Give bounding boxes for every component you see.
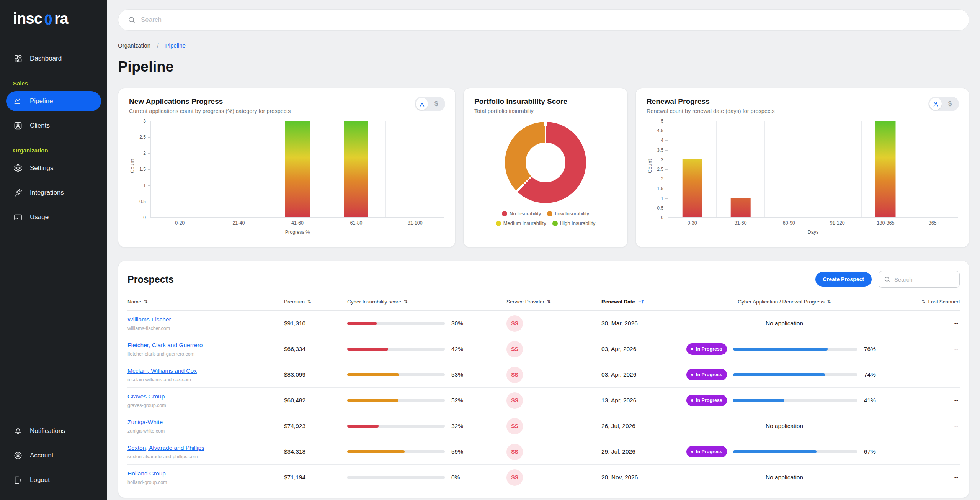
score-bar-fill bbox=[347, 373, 399, 376]
y-tick-label: 0 bbox=[143, 215, 146, 220]
person-icon bbox=[418, 100, 426, 108]
score-value: 32% bbox=[451, 423, 463, 430]
sidebar-item-account[interactable]: Account bbox=[6, 446, 101, 466]
account-icon bbox=[13, 451, 23, 460]
prospects-search[interactable] bbox=[879, 271, 960, 288]
bar bbox=[344, 121, 368, 217]
score-value: 0% bbox=[451, 474, 460, 481]
service-provider-avatar[interactable]: SS bbox=[506, 315, 523, 332]
prospect-name-cell: Fletcher, Clark and Guerrerofletcher-cla… bbox=[127, 342, 284, 357]
column-header-premium[interactable]: Premium⇅ bbox=[284, 299, 347, 305]
x-tick-label: 31-60 bbox=[716, 220, 764, 226]
service-provider-avatar[interactable]: SS bbox=[506, 367, 523, 383]
badge-dot-icon bbox=[691, 399, 693, 402]
service-provider-avatar[interactable]: SS bbox=[506, 341, 523, 357]
premium-value: $83,099 bbox=[284, 371, 347, 378]
chart-metric-toggle[interactable]: $ bbox=[928, 97, 959, 111]
column-header-renewal-date[interactable]: Renewal Date bbox=[601, 298, 677, 305]
column-label: Cyber Insurability score bbox=[347, 299, 401, 305]
service-provider-cell: SS bbox=[497, 315, 601, 332]
table-row: Mcclain, Williams and Coxmcclain-william… bbox=[127, 362, 960, 388]
sidebar-item-dashboard[interactable]: Dashboard bbox=[6, 49, 101, 69]
prospects-search-input[interactable] bbox=[894, 276, 955, 283]
x-tick-label: 0-20 bbox=[150, 220, 209, 226]
toggle-count-option[interactable] bbox=[929, 98, 942, 110]
legend-color-dot bbox=[552, 221, 558, 226]
prospect-name-link[interactable]: Holland Group bbox=[127, 470, 166, 477]
legend-color-dot bbox=[502, 211, 507, 216]
category-cell bbox=[386, 121, 444, 217]
column-header-name[interactable]: Name⇅ bbox=[127, 299, 284, 305]
create-prospect-button[interactable]: Create Prospect bbox=[815, 272, 872, 287]
sidebar-item-notifications[interactable]: Notifications bbox=[6, 421, 101, 441]
table-row: Zuniga-Whitezuniga-white.com$74,92332%SS… bbox=[127, 413, 960, 439]
legend-item: High Insurability bbox=[552, 220, 596, 226]
sidebar-item-logout[interactable]: Logout bbox=[6, 470, 101, 490]
y-tick-label: 2 bbox=[143, 151, 146, 156]
score-value: 59% bbox=[451, 448, 463, 455]
prospect-name-link[interactable]: Graves Group bbox=[127, 393, 165, 400]
x-tick-label: 61-80 bbox=[327, 220, 386, 226]
breadcrumb-organization[interactable]: Organization bbox=[118, 42, 150, 49]
service-provider-avatar[interactable]: SS bbox=[506, 418, 523, 434]
sort-icon: ⇅ bbox=[547, 299, 551, 304]
premium-value: $60,482 bbox=[284, 397, 347, 404]
sidebar-item-usage[interactable]: Usage bbox=[6, 207, 101, 227]
prospect-name-link[interactable]: Williams-Fischer bbox=[127, 316, 171, 323]
bar bbox=[730, 198, 751, 217]
sidebar-item-clients[interactable]: Clients bbox=[6, 116, 101, 136]
y-tick-label: 2.5 bbox=[139, 134, 146, 140]
x-tick-label: 91-120 bbox=[813, 220, 861, 226]
service-provider-avatar[interactable]: SS bbox=[506, 469, 523, 486]
premium-value: $71,194 bbox=[284, 474, 347, 481]
card-subtitle: Renewal count by renewal date (days) for… bbox=[647, 108, 958, 114]
app-logo: inscra bbox=[0, 0, 107, 27]
table-row: Williams-Fischerwilliams-fischer.com$91,… bbox=[127, 311, 960, 336]
global-search-input[interactable] bbox=[141, 16, 960, 24]
toggle-premium-option[interactable]: $ bbox=[943, 98, 957, 110]
score-bar-fill bbox=[347, 399, 398, 402]
x-tick-label: 365+ bbox=[910, 220, 958, 226]
service-provider-cell: SS bbox=[497, 469, 601, 486]
y-axis-title: Count bbox=[647, 159, 653, 173]
prospects-card: Prospects Create Prospect Name⇅Premium⇅C… bbox=[118, 261, 969, 498]
prospect-domain: holland-group.com bbox=[127, 480, 284, 485]
logo-text-suffix: ra bbox=[54, 10, 68, 27]
score-bar-track bbox=[347, 425, 445, 428]
prospect-name-link[interactable]: Zuniga-White bbox=[127, 419, 163, 425]
column-label: Name bbox=[127, 299, 141, 305]
column-header-cyber-application-renewal-progress[interactable]: Cyber Application / Renewal Progress⇅ bbox=[677, 299, 892, 305]
breadcrumb-pipeline[interactable]: Pipeline bbox=[165, 42, 186, 49]
usage-icon bbox=[13, 213, 23, 222]
renewal-date-value: 03, Apr, 2026 bbox=[601, 371, 677, 378]
sort-icon: ⇅ bbox=[144, 299, 148, 304]
global-search[interactable] bbox=[118, 9, 969, 31]
toggle-count-option[interactable] bbox=[416, 98, 428, 110]
toggle-premium-option[interactable]: $ bbox=[430, 98, 443, 110]
sidebar-item-label: Notifications bbox=[30, 427, 65, 435]
sidebar-item-integrations[interactable]: Integrations bbox=[6, 183, 101, 203]
column-header-service-provider[interactable]: Service Provider⇅ bbox=[497, 299, 601, 305]
y-tick-label: 3 bbox=[143, 118, 146, 124]
y-tick-label: 3.5 bbox=[657, 148, 663, 153]
prospect-name-link[interactable]: Sexton, Alvarado and Phillips bbox=[127, 444, 204, 451]
y-tick-label: 4 bbox=[661, 138, 663, 143]
prospect-name-cell: Graves Groupgraves-group.com bbox=[127, 393, 284, 408]
sidebar-item-settings[interactable]: Settings bbox=[6, 158, 101, 178]
chart-metric-toggle[interactable]: $ bbox=[415, 97, 445, 111]
donut-hole bbox=[526, 143, 565, 182]
prospect-name-link[interactable]: Fletcher, Clark and Guerrero bbox=[127, 342, 203, 348]
column-header-cyber-insurability-score[interactable]: Cyber Insurability score⇅ bbox=[347, 299, 497, 305]
prospect-name-cell: Williams-Fischerwilliams-fischer.com bbox=[127, 316, 284, 331]
sidebar-item-pipeline[interactable]: Pipeline bbox=[6, 91, 101, 111]
pipeline-icon bbox=[13, 97, 23, 106]
breadcrumb-separator: / bbox=[157, 42, 158, 49]
prospect-name-link[interactable]: Mcclain, Williams and Cox bbox=[127, 367, 197, 374]
service-provider-avatar[interactable]: SS bbox=[506, 392, 523, 409]
search-icon bbox=[884, 276, 891, 283]
service-provider-avatar[interactable]: SS bbox=[506, 444, 523, 460]
prospect-domain: graves-group.com bbox=[127, 403, 284, 408]
dollar-icon: $ bbox=[948, 100, 952, 108]
legend-item: No Insurability bbox=[502, 211, 541, 216]
column-header-last-scanned[interactable]: ⇅Last Scanned bbox=[892, 299, 960, 305]
